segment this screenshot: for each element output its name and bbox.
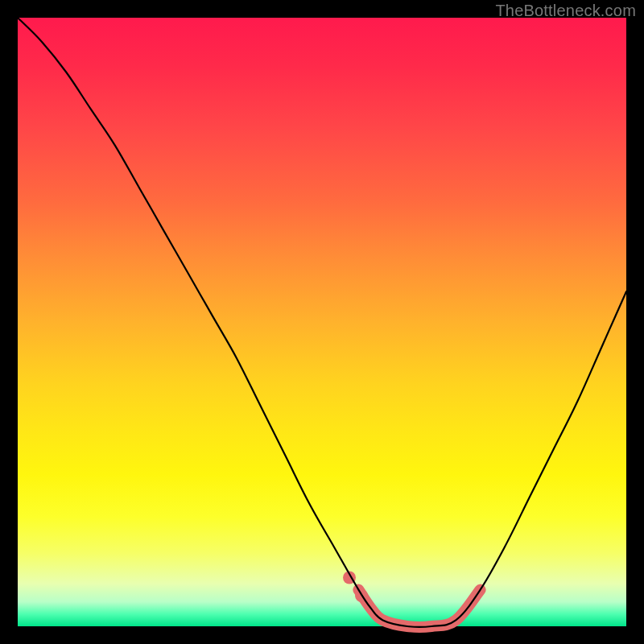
bottleneck-curve [18,18,626,627]
chart-frame: TheBottleneck.com [0,0,644,644]
plot-area [18,18,626,626]
curve-svg [18,18,626,626]
optimal-range-highlight [358,590,480,627]
